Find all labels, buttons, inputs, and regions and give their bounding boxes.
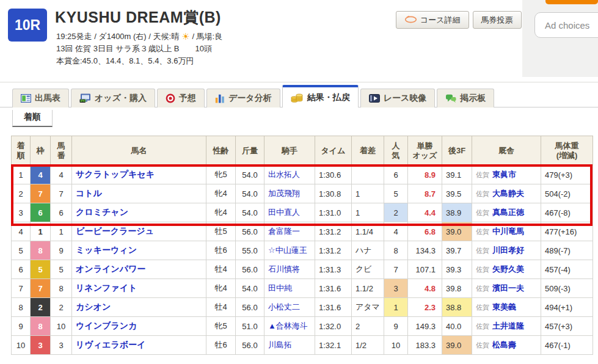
- jockey-link[interactable]: 小松丈二: [268, 302, 300, 311]
- win-odds-value: 134.3: [415, 246, 436, 255]
- popularity-cell: 7: [384, 260, 408, 279]
- stable-region: 佐賀: [476, 247, 489, 254]
- last3f-cell: 39.8: [442, 279, 472, 298]
- horse-name-link[interactable]: ミッキーウィン: [76, 245, 137, 255]
- result-row-5: 589ミッキーウィン牡655.0☆中山蓮王1:31.2ハナ8134.339.7佐…: [12, 241, 593, 260]
- horse-number-cell: 7: [51, 184, 72, 203]
- col-header-0: 着順: [12, 136, 31, 166]
- horse-weight-cell: 489(-7): [541, 241, 593, 260]
- trainer-link[interactable]: 中川竜馬: [492, 227, 524, 236]
- horse-name-link[interactable]: ビービークラージュ: [76, 226, 154, 236]
- trainer-link[interactable]: 大島静夫: [492, 189, 524, 198]
- jockey-cell: 川島拓: [264, 336, 315, 355]
- jockey-link[interactable]: ☆中山蓮王: [268, 246, 307, 255]
- frame-badge: 3: [31, 336, 51, 355]
- frame-badge: 1: [31, 222, 51, 241]
- popularity-cell: 1: [384, 298, 408, 317]
- trainer-link[interactable]: 松島壽: [492, 340, 516, 349]
- last3f-cell: 38.9: [442, 203, 472, 222]
- horse-name-link[interactable]: ウインブランカ: [76, 321, 137, 330]
- stable-cell: 佐賀川田孝好: [472, 241, 541, 260]
- win-odds-cell: 2.3: [408, 298, 442, 317]
- jockey-link[interactable]: 川島拓: [268, 340, 292, 349]
- horse-number-cell: 1: [51, 222, 72, 241]
- stable-cell: 佐賀土井道隆: [472, 317, 541, 336]
- col-header-6: 騎手: [264, 136, 315, 166]
- trainer-link[interactable]: 東美義: [492, 302, 516, 311]
- horse-name-link[interactable]: リネンファイト: [76, 283, 137, 293]
- tab-board[interactable]: 掲示板: [437, 89, 494, 107]
- rank-cell: 10: [12, 336, 31, 355]
- time-cell: 1:30.6: [315, 166, 352, 184]
- win-odds-value: 149.3: [415, 322, 436, 331]
- stable-region: 佐賀: [476, 322, 489, 330]
- betting-button[interactable]: 馬券投票: [473, 11, 522, 29]
- race-info-line1: 19:25発走 / ダ1400m (右) / 天候:晴 ☀ / 馬場:良: [56, 31, 222, 43]
- tab-prediction[interactable]: 予想: [157, 89, 205, 107]
- col-header-12: 厩舎: [472, 136, 541, 166]
- margin-cell: ハナ: [352, 241, 384, 260]
- win-odds-value: 8.7: [425, 189, 436, 198]
- sex-age-cell: 牡6: [206, 336, 236, 355]
- sex-age-cell: 牡6: [206, 241, 236, 260]
- horse-name-cell: ビービークラージュ: [72, 222, 206, 241]
- tab-analysis[interactable]: データ分析: [206, 89, 280, 107]
- win-odds-cell: 183.3: [408, 336, 442, 355]
- jockey-link[interactable]: 田中純: [268, 283, 292, 293]
- trainer-link[interactable]: 川田孝好: [492, 246, 524, 255]
- horse-name-link[interactable]: オンラインパワー: [76, 264, 145, 274]
- tab-video[interactable]: レース映像: [360, 89, 436, 107]
- horse-name-link[interactable]: サクラトップキセキ: [76, 169, 155, 179]
- stable-region: 佐賀: [476, 209, 489, 216]
- trainer-link[interactable]: 東眞市: [492, 170, 516, 179]
- col-header-11: 後3F: [442, 136, 472, 166]
- sex-age-cell: 牝4: [206, 184, 236, 203]
- weight-carried-cell: 56.0: [236, 260, 264, 279]
- subtab-rank-order[interactable]: 着順: [12, 110, 53, 127]
- results-table-wrap: 着順枠馬番馬名性齢斤量騎手タイム着差人気単勝オッズ後3F厩舎馬体重(増減) 14…: [11, 136, 593, 355]
- horse-name-link[interactable]: リヴィエラボーイ: [76, 340, 145, 349]
- margin-cell: 1.1/2: [352, 279, 384, 298]
- trainer-link[interactable]: 濱田一夫: [492, 283, 524, 293]
- trainer-link[interactable]: 真島正徳: [492, 208, 524, 217]
- horse-name-link[interactable]: カシオン: [76, 302, 111, 311]
- trainer-link[interactable]: 土井道隆: [492, 321, 524, 330]
- col-header-3: 馬名: [72, 136, 206, 166]
- speech-bubbles-icon: [445, 94, 456, 103]
- col-header-2: 馬番: [51, 136, 72, 166]
- trainer-link[interactable]: 矢野久美: [492, 264, 524, 274]
- sex-age-cell: 牡5: [206, 222, 236, 241]
- jockey-link[interactable]: 倉富隆一: [268, 227, 300, 236]
- stable-region: 佐賀: [476, 266, 489, 273]
- tab-entries[interactable]: 出馬表: [12, 89, 69, 107]
- popularity-cell: 9: [384, 317, 408, 336]
- jockey-link[interactable]: 出水拓人: [268, 170, 300, 179]
- course-detail-button[interactable]: コース詳細: [396, 11, 469, 29]
- horse-name-link[interactable]: クロミチャン: [76, 207, 128, 217]
- stable-cell: 佐賀東眞市: [472, 166, 541, 184]
- weight-carried-cell: 56.0: [236, 298, 264, 317]
- frame-badge: 7: [31, 279, 51, 298]
- track-condition-text: / 馬場:良: [190, 32, 222, 41]
- popularity-cell: 3: [384, 279, 408, 298]
- tab-results[interactable]: 結果・払戻: [282, 85, 359, 107]
- jockey-link[interactable]: 加茂飛翔: [268, 189, 300, 198]
- horse-name-link[interactable]: コトル: [76, 188, 102, 198]
- last3f-cell: 40.0: [442, 317, 472, 336]
- last3f-cell: 39.0: [442, 336, 472, 355]
- jockey-link[interactable]: ▲合林海斗: [268, 321, 308, 330]
- margin-cell: 1: [352, 184, 384, 203]
- frame-badge: 4: [31, 166, 51, 184]
- jockey-link[interactable]: 石川慎将: [268, 264, 300, 274]
- horse-name-cell: コトル: [72, 184, 206, 203]
- race-tab-bar: 出馬表IPATオッズ・購入予想データ分析結果・払戻レース映像掲示板: [12, 86, 496, 107]
- popularity-cell: 8: [384, 241, 408, 260]
- jockey-link[interactable]: 田中直人: [268, 208, 300, 217]
- tab-odds[interactable]: IPATオッズ・購入: [71, 89, 155, 107]
- win-odds-value: 4.4: [425, 208, 436, 217]
- ad-choices-button[interactable]: Ad choices: [534, 12, 598, 38]
- tab-label: 結果・払戻: [307, 92, 350, 103]
- race-info-line2: 13回 佐賀 3日目 サラ系３歳以上 B 10頭: [56, 43, 222, 55]
- horse-number-cell: 3: [51, 336, 72, 355]
- ad-panel: Ad choices: [522, 0, 598, 77]
